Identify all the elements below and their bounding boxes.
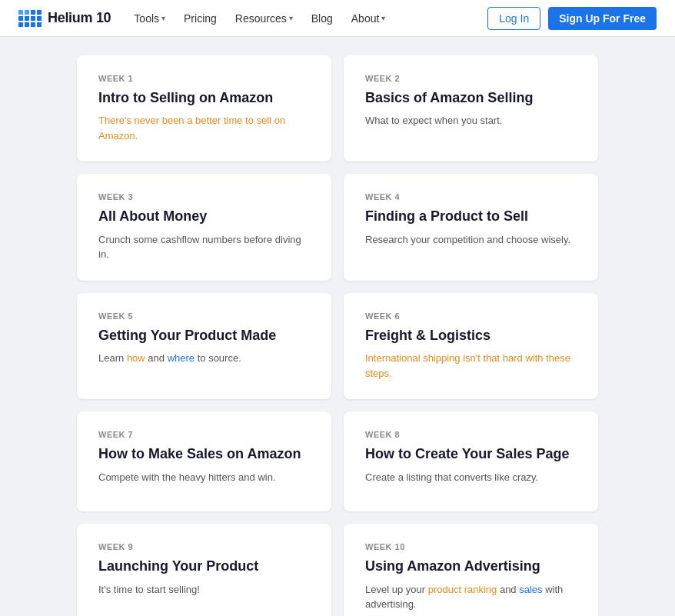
week-label: WEEK 5 <box>98 311 310 321</box>
week-label: WEEK 1 <box>98 74 310 83</box>
course-card[interactable]: WEEK 1Intro to Selling on AmazonThere's … <box>77 55 331 161</box>
brand-name: Helium 10 <box>48 10 111 26</box>
signup-button[interactable]: Sign Up For Free <box>548 7 657 30</box>
card-description: Compete with the heavy hitters and win. <box>98 470 310 485</box>
nav-item-pricing[interactable]: Pricing <box>176 8 224 29</box>
card-title: Launching Your Product <box>98 558 310 575</box>
navbar-actions: Log In Sign Up For Free <box>487 7 657 30</box>
week-label: WEEK 6 <box>365 311 577 321</box>
course-card[interactable]: WEEK 6Freight & LogisticsInternational s… <box>344 293 598 399</box>
course-card[interactable]: WEEK 5Getting Your Product MadeLearn how… <box>77 293 331 399</box>
card-description: Level up your product ranking and sales … <box>365 582 577 612</box>
card-description: There's never been a better time to sell… <box>98 113 310 143</box>
card-description: Create a listing that converts like craz… <box>365 470 577 485</box>
card-title: How to Create Your Sales Page <box>365 445 577 463</box>
course-card[interactable]: WEEK 3All About MoneyCrunch some cashflo… <box>77 174 331 280</box>
card-description: International shipping isn't that hard w… <box>365 351 577 381</box>
course-card[interactable]: WEEK 8How to Create Your Sales PageCreat… <box>344 411 598 511</box>
week-label: WEEK 9 <box>98 542 310 551</box>
nav-links: Tools ▾ Pricing Resources ▾ Blog About ▾ <box>126 8 487 29</box>
card-title: Intro to Selling on Amazon <box>98 89 310 107</box>
card-title: Finding a Product to Sell <box>365 208 577 225</box>
card-description: What to expect when you start. <box>365 113 577 128</box>
nav-item-resources[interactable]: Resources ▾ <box>228 8 301 29</box>
about-chevron-icon: ▾ <box>381 14 385 22</box>
card-title: Freight & Logistics <box>365 327 577 345</box>
nav-item-blog[interactable]: Blog <box>304 8 341 29</box>
card-title: Basics of Amazon Selling <box>365 89 577 107</box>
course-card[interactable]: WEEK 4Finding a Product to SellResearch … <box>344 174 598 280</box>
card-description: Research your competition and choose wis… <box>365 232 577 248</box>
card-title: All About Money <box>98 208 310 225</box>
nav-blog-label: Blog <box>311 12 333 25</box>
card-title: Using Amazon Advertising <box>365 558 577 575</box>
card-description: It's time to start selling! <box>98 582 310 598</box>
week-label: WEEK 3 <box>98 192 310 201</box>
resources-chevron-icon: ▾ <box>289 14 293 22</box>
nav-item-tools[interactable]: Tools ▾ <box>126 8 173 29</box>
card-title: How to Make Sales on Amazon <box>98 445 310 463</box>
course-card[interactable]: WEEK 7How to Make Sales on AmazonCompete… <box>77 411 331 511</box>
navbar: Helium 10 Tools ▾ Pricing Resources ▾ Bl… <box>0 0 675 37</box>
course-grid: WEEK 1Intro to Selling on AmazonThere's … <box>0 37 675 616</box>
course-card[interactable]: WEEK 9Launching Your ProductIt's time to… <box>77 524 331 616</box>
week-label: WEEK 7 <box>98 430 310 439</box>
card-description: Learn how and where to source. <box>98 351 310 366</box>
nav-resources-label: Resources <box>235 12 287 25</box>
nav-item-about[interactable]: About ▾ <box>344 8 394 29</box>
brand-logo-icon <box>18 10 42 27</box>
nav-about-label: About <box>351 12 380 25</box>
week-label: WEEK 4 <box>365 192 577 201</box>
brand[interactable]: Helium 10 <box>18 10 111 27</box>
tools-chevron-icon: ▾ <box>161 14 165 22</box>
week-label: WEEK 10 <box>365 542 577 551</box>
course-card[interactable]: WEEK 10Using Amazon AdvertisingLevel up … <box>344 524 598 616</box>
week-label: WEEK 8 <box>365 430 577 439</box>
nav-tools-label: Tools <box>134 12 159 25</box>
course-card[interactable]: WEEK 2Basics of Amazon SellingWhat to ex… <box>344 55 598 161</box>
nav-pricing-label: Pricing <box>184 12 217 25</box>
card-description: Crunch some cashflow numbers before divi… <box>98 232 310 262</box>
login-button[interactable]: Log In <box>487 7 540 30</box>
card-title: Getting Your Product Made <box>98 327 310 345</box>
week-label: WEEK 2 <box>365 74 577 83</box>
